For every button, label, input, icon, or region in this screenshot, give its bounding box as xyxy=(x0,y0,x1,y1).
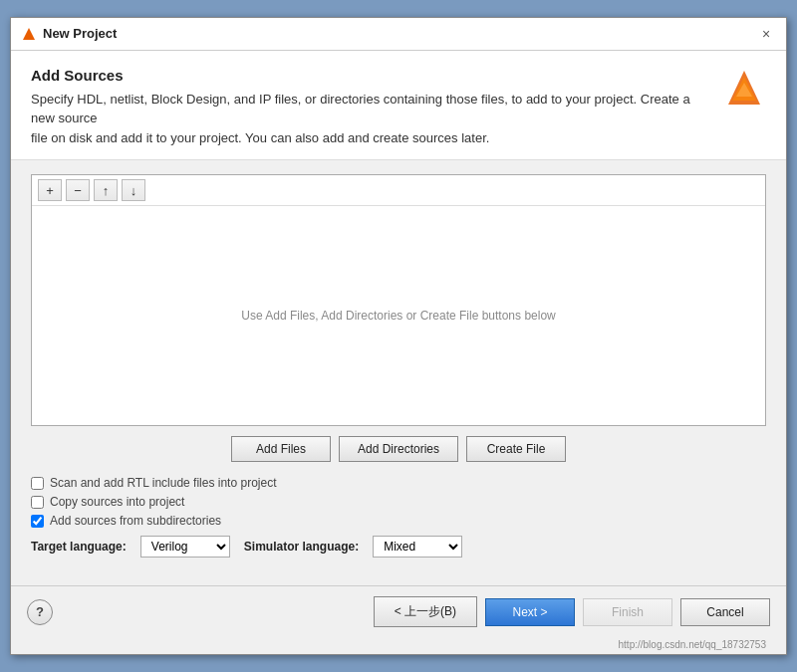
create-file-button[interactable]: Create File xyxy=(466,436,566,462)
title-bar-left: New Project xyxy=(21,26,117,42)
dialog-title: New Project xyxy=(43,26,117,41)
description-line1: Specify HDL, netlist, Block Design, and … xyxy=(31,92,690,126)
new-project-dialog: New Project × Add Sources Specify HDL, n… xyxy=(10,17,787,656)
next-button[interactable]: Next > xyxy=(485,598,575,626)
simulator-language-select[interactable]: Mixed Verilog VHDL xyxy=(373,536,462,558)
file-list-area: Use Add Files, Add Directories or Create… xyxy=(32,206,765,425)
target-language-label: Target language: xyxy=(31,540,127,554)
toolbar-row: + − ↑ ↓ xyxy=(32,175,765,206)
scan-rtl-checkbox[interactable] xyxy=(31,477,44,490)
vivado-logo xyxy=(722,67,766,111)
add-source-button[interactable]: + xyxy=(38,179,62,201)
finish-button[interactable]: Finish xyxy=(583,598,672,626)
section-title: Add Sources xyxy=(31,67,712,84)
down-icon: ↓ xyxy=(131,183,137,198)
bottom-right: < 上一步(B) Next > Finish Cancel xyxy=(374,596,770,627)
main-body: + − ↑ ↓ Use Add Files, Add Directories o… xyxy=(11,160,786,585)
bottom-bar: ? < 上一步(B) Next > Finish Cancel xyxy=(11,585,786,637)
remove-source-button[interactable]: − xyxy=(66,179,90,201)
cancel-button[interactable]: Cancel xyxy=(680,598,770,626)
description: Specify HDL, netlist, Block Design, and … xyxy=(31,90,708,148)
copy-sources-checkbox[interactable] xyxy=(31,496,44,509)
options-area: Scan and add RTL include files into proj… xyxy=(31,476,766,558)
add-subdirs-row: Add sources from subdirectories xyxy=(31,514,766,528)
move-down-button[interactable]: ↓ xyxy=(122,179,145,201)
target-language-select[interactable]: Verilog VHDL xyxy=(140,536,230,558)
add-icon: + xyxy=(46,183,54,198)
header-area: Add Sources Specify HDL, netlist, Block … xyxy=(11,51,786,161)
remove-icon: − xyxy=(74,183,82,198)
add-subdirs-label: Add sources from subdirectories xyxy=(50,514,221,528)
help-button[interactable]: ? xyxy=(27,599,53,625)
scan-rtl-row: Scan and add RTL include files into proj… xyxy=(31,476,766,490)
description-line2: file on disk and add it to your project.… xyxy=(31,130,489,145)
header-text: Add Sources Specify HDL, netlist, Block … xyxy=(31,67,712,148)
add-files-button[interactable]: Add Files xyxy=(231,436,331,462)
copy-sources-label: Copy sources into project xyxy=(50,495,184,509)
svg-marker-0 xyxy=(23,28,35,40)
copy-sources-row: Copy sources into project xyxy=(31,495,766,509)
app-icon xyxy=(21,26,37,42)
scan-rtl-label: Scan and add RTL include files into proj… xyxy=(50,476,276,490)
simulator-language-label: Simulator language: xyxy=(244,540,359,554)
language-row: Target language: Verilog VHDL Simulator … xyxy=(31,536,766,558)
move-up-button[interactable]: ↑ xyxy=(94,179,118,201)
up-icon: ↑ xyxy=(103,183,110,198)
add-subdirs-checkbox[interactable] xyxy=(31,515,44,528)
empty-hint: Use Add Files, Add Directories or Create… xyxy=(241,309,555,323)
add-directories-button[interactable]: Add Directories xyxy=(339,436,458,462)
file-list-container: + − ↑ ↓ Use Add Files, Add Directories o… xyxy=(31,174,766,426)
title-bar: New Project × xyxy=(11,18,786,51)
back-button[interactable]: < 上一步(B) xyxy=(374,596,477,627)
action-buttons-row: Add Files Add Directories Create File xyxy=(31,436,766,462)
watermark: http://blog.csdn.net/qq_18732753 xyxy=(11,637,786,654)
close-button[interactable]: × xyxy=(756,24,776,44)
bottom-left: ? xyxy=(27,599,53,625)
